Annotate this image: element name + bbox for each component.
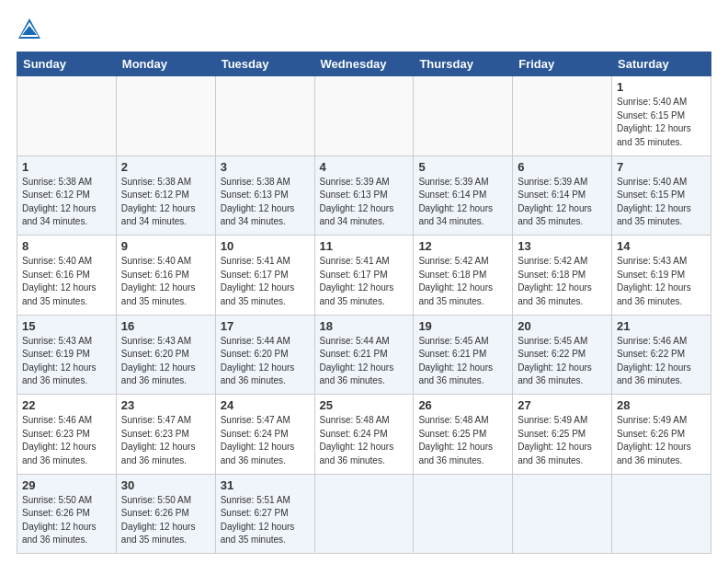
calendar-cell: 26 Sunrise: 5:48 AMSunset: 6:25 PMDaylig… — [414, 395, 513, 475]
calendar-cell: 1 Sunrise: 5:40 AMSunset: 6:15 PMDayligh… — [612, 76, 711, 156]
calendar-week-0: 1 Sunrise: 5:40 AMSunset: 6:15 PMDayligh… — [17, 76, 711, 156]
day-info: Sunrise: 5:42 AMSunset: 6:18 PMDaylight:… — [418, 255, 507, 308]
calendar-cell: 8 Sunrise: 5:40 AMSunset: 6:16 PMDayligh… — [17, 236, 117, 316]
day-info: Sunrise: 5:44 AMSunset: 6:21 PMDaylight:… — [320, 335, 409, 388]
calendar-cell: 22 Sunrise: 5:46 AMSunset: 6:23 PMDaylig… — [17, 395, 117, 475]
day-info: Sunrise: 5:43 AMSunset: 6:19 PMDaylight:… — [617, 255, 706, 308]
day-info: Sunrise: 5:40 AMSunset: 6:15 PMDaylight:… — [617, 96, 706, 149]
page: SundayMondayTuesdayWednesdayThursdayFrid… — [0, 0, 728, 563]
calendar-table: SundayMondayTuesdayWednesdayThursdayFrid… — [17, 52, 711, 554]
calendar-cell: 7 Sunrise: 5:40 AMSunset: 6:15 PMDayligh… — [612, 155, 711, 236]
day-number: 23 — [121, 398, 210, 412]
day-number: 10 — [221, 239, 310, 253]
calendar-cell: 6 Sunrise: 5:39 AMSunset: 6:14 PMDayligh… — [513, 155, 612, 236]
day-number: 7 — [617, 160, 706, 174]
day-info: Sunrise: 5:47 AMSunset: 6:24 PMDaylight:… — [221, 414, 310, 467]
day-info: Sunrise: 5:45 AMSunset: 6:22 PMDaylight:… — [518, 335, 607, 388]
calendar-week-1: 1 Sunrise: 5:38 AMSunset: 6:12 PMDayligh… — [17, 155, 711, 236]
day-number: 6 — [518, 160, 607, 174]
day-number: 14 — [617, 239, 706, 253]
logo-icon — [17, 17, 42, 42]
calendar-cell: 23 Sunrise: 5:47 AMSunset: 6:23 PMDaylig… — [116, 395, 215, 475]
calendar-cell: 1 Sunrise: 5:38 AMSunset: 6:12 PMDayligh… — [17, 155, 117, 236]
day-number: 15 — [22, 319, 111, 333]
calendar-header-thursday: Thursday — [414, 52, 513, 76]
calendar-header-friday: Friday — [513, 52, 612, 76]
calendar-cell: 27 Sunrise: 5:49 AMSunset: 6:25 PMDaylig… — [513, 395, 612, 475]
calendar-header-sunday: Sunday — [17, 52, 117, 76]
calendar-header-saturday: Saturday — [612, 52, 711, 76]
day-number: 18 — [320, 319, 409, 333]
day-info: Sunrise: 5:41 AMSunset: 6:17 PMDaylight:… — [221, 255, 310, 308]
day-number: 3 — [221, 160, 310, 174]
calendar-cell — [314, 76, 414, 156]
calendar-cell — [513, 76, 612, 156]
day-number: 29 — [22, 478, 111, 492]
day-number: 28 — [617, 398, 706, 412]
day-info: Sunrise: 5:42 AMSunset: 6:18 PMDaylight:… — [518, 255, 607, 308]
calendar-cell: 14 Sunrise: 5:43 AMSunset: 6:19 PMDaylig… — [612, 236, 711, 316]
day-info: Sunrise: 5:38 AMSunset: 6:13 PMDaylight:… — [221, 176, 310, 229]
calendar-cell — [17, 76, 117, 156]
calendar-cell: 21 Sunrise: 5:46 AMSunset: 6:22 PMDaylig… — [612, 315, 711, 395]
calendar-cell: 11 Sunrise: 5:41 AMSunset: 6:17 PMDaylig… — [314, 236, 414, 316]
day-info: Sunrise: 5:44 AMSunset: 6:20 PMDaylight:… — [221, 335, 310, 388]
calendar-cell: 15 Sunrise: 5:43 AMSunset: 6:19 PMDaylig… — [17, 315, 117, 395]
day-number: 22 — [22, 398, 111, 412]
calendar-week-3: 15 Sunrise: 5:43 AMSunset: 6:19 PMDaylig… — [17, 315, 711, 395]
day-number: 1 — [22, 160, 111, 174]
day-number: 30 — [121, 478, 210, 492]
day-number: 16 — [121, 319, 210, 333]
day-info: Sunrise: 5:51 AMSunset: 6:27 PMDaylight:… — [221, 494, 310, 547]
calendar-cell: 17 Sunrise: 5:44 AMSunset: 6:20 PMDaylig… — [215, 315, 314, 395]
calendar-cell: 12 Sunrise: 5:42 AMSunset: 6:18 PMDaylig… — [414, 236, 513, 316]
day-number: 25 — [320, 398, 409, 412]
day-number: 9 — [121, 239, 210, 253]
day-info: Sunrise: 5:40 AMSunset: 6:16 PMDaylight:… — [121, 255, 210, 308]
day-number: 1 — [617, 80, 706, 94]
day-number: 31 — [221, 478, 310, 492]
day-number: 5 — [418, 160, 507, 174]
day-info: Sunrise: 5:43 AMSunset: 6:19 PMDaylight:… — [22, 335, 111, 388]
day-info: Sunrise: 5:46 AMSunset: 6:23 PMDaylight:… — [22, 414, 111, 467]
day-info: Sunrise: 5:39 AMSunset: 6:14 PMDaylight:… — [418, 176, 507, 229]
day-number: 26 — [418, 398, 507, 412]
day-info: Sunrise: 5:48 AMSunset: 6:24 PMDaylight:… — [320, 414, 409, 467]
calendar-cell: 19 Sunrise: 5:45 AMSunset: 6:21 PMDaylig… — [414, 315, 513, 395]
day-info: Sunrise: 5:49 AMSunset: 6:25 PMDaylight:… — [518, 414, 607, 467]
calendar-cell: 31 Sunrise: 5:51 AMSunset: 6:27 PMDaylig… — [215, 474, 314, 554]
day-number: 11 — [320, 239, 409, 253]
day-info: Sunrise: 5:41 AMSunset: 6:17 PMDaylight:… — [320, 255, 409, 308]
calendar-cell: 10 Sunrise: 5:41 AMSunset: 6:17 PMDaylig… — [215, 236, 314, 316]
day-info: Sunrise: 5:43 AMSunset: 6:20 PMDaylight:… — [121, 335, 210, 388]
calendar-cell: 30 Sunrise: 5:50 AMSunset: 6:26 PMDaylig… — [116, 474, 215, 554]
day-info: Sunrise: 5:46 AMSunset: 6:22 PMDaylight:… — [617, 335, 706, 388]
calendar-cell: 29 Sunrise: 5:50 AMSunset: 6:26 PMDaylig… — [17, 474, 117, 554]
calendar-cell — [513, 474, 612, 554]
day-info: Sunrise: 5:38 AMSunset: 6:12 PMDaylight:… — [121, 176, 210, 229]
calendar-cell: 4 Sunrise: 5:39 AMSunset: 6:13 PMDayligh… — [314, 155, 414, 236]
calendar-header-monday: Monday — [116, 52, 215, 76]
day-number: 2 — [121, 160, 210, 174]
calendar-header-row: SundayMondayTuesdayWednesdayThursdayFrid… — [17, 52, 711, 76]
calendar-cell — [116, 76, 215, 156]
calendar-week-4: 22 Sunrise: 5:46 AMSunset: 6:23 PMDaylig… — [17, 395, 711, 475]
day-number: 17 — [221, 319, 310, 333]
calendar-cell: 5 Sunrise: 5:39 AMSunset: 6:14 PMDayligh… — [414, 155, 513, 236]
calendar-cell — [414, 76, 513, 156]
calendar-cell — [215, 76, 314, 156]
day-info: Sunrise: 5:40 AMSunset: 6:16 PMDaylight:… — [22, 255, 111, 308]
day-info: Sunrise: 5:45 AMSunset: 6:21 PMDaylight:… — [418, 335, 507, 388]
calendar-cell: 3 Sunrise: 5:38 AMSunset: 6:13 PMDayligh… — [215, 155, 314, 236]
calendar-week-5: 29 Sunrise: 5:50 AMSunset: 6:26 PMDaylig… — [17, 474, 711, 554]
calendar-cell: 18 Sunrise: 5:44 AMSunset: 6:21 PMDaylig… — [314, 315, 414, 395]
day-number: 24 — [221, 398, 310, 412]
calendar-cell — [414, 474, 513, 554]
day-info: Sunrise: 5:39 AMSunset: 6:14 PMDaylight:… — [518, 176, 607, 229]
calendar-cell — [612, 474, 711, 554]
day-number: 13 — [518, 239, 607, 253]
calendar-cell: 16 Sunrise: 5:43 AMSunset: 6:20 PMDaylig… — [116, 315, 215, 395]
calendar-cell: 9 Sunrise: 5:40 AMSunset: 6:16 PMDayligh… — [116, 236, 215, 316]
day-info: Sunrise: 5:49 AMSunset: 6:26 PMDaylight:… — [617, 414, 706, 467]
calendar-cell: 2 Sunrise: 5:38 AMSunset: 6:12 PMDayligh… — [116, 155, 215, 236]
